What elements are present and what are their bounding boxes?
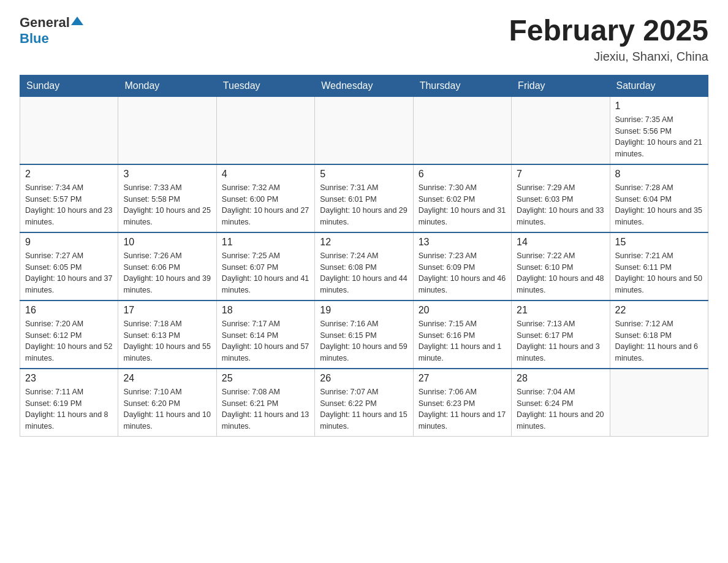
day-number: 27: [419, 373, 506, 384]
day-number: 22: [615, 305, 703, 316]
logo-general-text: General: [20, 15, 70, 31]
calendar-day-cell: 1Sunrise: 7:35 AM Sunset: 5:56 PM Daylig…: [610, 96, 708, 164]
day-info: Sunrise: 7:16 AM Sunset: 6:15 PM Dayligh…: [320, 318, 408, 364]
calendar-day-cell: 24Sunrise: 7:10 AM Sunset: 6:20 PM Dayli…: [118, 369, 216, 437]
day-number: 1: [615, 101, 703, 112]
calendar-day-cell: 19Sunrise: 7:16 AM Sunset: 6:15 PM Dayli…: [315, 301, 413, 369]
day-info: Sunrise: 7:13 AM Sunset: 6:17 PM Dayligh…: [517, 318, 604, 364]
calendar-month-title: February 2025: [509, 15, 708, 47]
day-number: 24: [123, 373, 211, 384]
weekday-header-saturday: Saturday: [610, 75, 708, 96]
calendar-day-cell: [20, 96, 118, 164]
calendar-day-cell: [413, 96, 511, 164]
day-number: 7: [517, 169, 604, 180]
calendar-day-cell: 4Sunrise: 7:32 AM Sunset: 6:00 PM Daylig…: [216, 164, 314, 232]
day-number: 26: [320, 373, 408, 384]
calendar-body: 1Sunrise: 7:35 AM Sunset: 5:56 PM Daylig…: [20, 96, 708, 436]
calendar-day-cell: 27Sunrise: 7:06 AM Sunset: 6:23 PM Dayli…: [413, 369, 511, 437]
calendar-day-cell: 3Sunrise: 7:33 AM Sunset: 5:58 PM Daylig…: [118, 164, 216, 232]
day-number: 6: [419, 169, 506, 180]
day-number: 17: [123, 305, 211, 316]
day-info: Sunrise: 7:22 AM Sunset: 6:10 PM Dayligh…: [517, 250, 604, 296]
day-info: Sunrise: 7:29 AM Sunset: 6:03 PM Dayligh…: [517, 182, 604, 228]
calendar-day-cell: 6Sunrise: 7:30 AM Sunset: 6:02 PM Daylig…: [413, 164, 511, 232]
day-info: Sunrise: 7:18 AM Sunset: 6:13 PM Dayligh…: [123, 318, 211, 364]
weekday-header-sunday: Sunday: [20, 75, 118, 96]
calendar-day-cell: 23Sunrise: 7:11 AM Sunset: 6:19 PM Dayli…: [20, 369, 118, 437]
calendar-week-row: 23Sunrise: 7:11 AM Sunset: 6:19 PM Dayli…: [20, 369, 708, 437]
calendar-day-cell: 12Sunrise: 7:24 AM Sunset: 6:08 PM Dayli…: [315, 232, 413, 301]
day-number: 2: [25, 169, 113, 180]
day-info: Sunrise: 7:15 AM Sunset: 6:16 PM Dayligh…: [419, 318, 506, 364]
calendar-day-cell: 21Sunrise: 7:13 AM Sunset: 6:17 PM Dayli…: [512, 301, 610, 369]
calendar-location: Jiexiu, Shanxi, China: [509, 50, 708, 64]
day-number: 15: [615, 237, 703, 248]
day-info: Sunrise: 7:27 AM Sunset: 6:05 PM Dayligh…: [25, 250, 113, 296]
day-info: Sunrise: 7:08 AM Sunset: 6:21 PM Dayligh…: [222, 386, 309, 432]
calendar-week-row: 2Sunrise: 7:34 AM Sunset: 5:57 PM Daylig…: [20, 164, 708, 232]
calendar-day-cell: 26Sunrise: 7:07 AM Sunset: 6:22 PM Dayli…: [315, 369, 413, 437]
day-number: 25: [222, 373, 309, 384]
weekday-header-wednesday: Wednesday: [315, 75, 413, 96]
day-info: Sunrise: 7:28 AM Sunset: 6:04 PM Dayligh…: [615, 182, 703, 228]
calendar-day-cell: 5Sunrise: 7:31 AM Sunset: 6:01 PM Daylig…: [315, 164, 413, 232]
calendar-day-cell: [118, 96, 216, 164]
day-info: Sunrise: 7:11 AM Sunset: 6:19 PM Dayligh…: [25, 386, 113, 432]
day-info: Sunrise: 7:23 AM Sunset: 6:09 PM Dayligh…: [419, 250, 506, 296]
day-info: Sunrise: 7:31 AM Sunset: 6:01 PM Dayligh…: [320, 182, 408, 228]
day-number: 19: [320, 305, 408, 316]
day-info: Sunrise: 7:30 AM Sunset: 6:02 PM Dayligh…: [419, 182, 506, 228]
calendar-day-cell: 8Sunrise: 7:28 AM Sunset: 6:04 PM Daylig…: [610, 164, 708, 232]
calendar-day-cell: 14Sunrise: 7:22 AM Sunset: 6:10 PM Dayli…: [512, 232, 610, 301]
calendar-day-cell: [216, 96, 314, 164]
day-number: 21: [517, 305, 604, 316]
day-info: Sunrise: 7:25 AM Sunset: 6:07 PM Dayligh…: [222, 250, 309, 296]
calendar-day-cell: 16Sunrise: 7:20 AM Sunset: 6:12 PM Dayli…: [20, 301, 118, 369]
calendar-day-cell: 11Sunrise: 7:25 AM Sunset: 6:07 PM Dayli…: [216, 232, 314, 301]
calendar-day-cell: [315, 96, 413, 164]
day-info: Sunrise: 7:12 AM Sunset: 6:18 PM Dayligh…: [615, 318, 703, 364]
calendar-day-cell: 22Sunrise: 7:12 AM Sunset: 6:18 PM Dayli…: [610, 301, 708, 369]
logo: General Blue: [20, 15, 83, 47]
day-number: 5: [320, 169, 408, 180]
logo-triangle-icon: [71, 17, 83, 25]
calendar-day-cell: 25Sunrise: 7:08 AM Sunset: 6:21 PM Dayli…: [216, 369, 314, 437]
day-info: Sunrise: 7:10 AM Sunset: 6:20 PM Dayligh…: [123, 386, 211, 432]
calendar-day-cell: 15Sunrise: 7:21 AM Sunset: 6:11 PM Dayli…: [610, 232, 708, 301]
day-number: 3: [123, 169, 211, 180]
calendar-day-cell: 20Sunrise: 7:15 AM Sunset: 6:16 PM Dayli…: [413, 301, 511, 369]
day-info: Sunrise: 7:07 AM Sunset: 6:22 PM Dayligh…: [320, 386, 408, 432]
calendar-day-cell: 28Sunrise: 7:04 AM Sunset: 6:24 PM Dayli…: [512, 369, 610, 437]
day-number: 13: [419, 237, 506, 248]
calendar-table: SundayMondayTuesdayWednesdayThursdayFrid…: [20, 75, 708, 437]
calendar-header-row: SundayMondayTuesdayWednesdayThursdayFrid…: [20, 75, 708, 96]
day-number: 10: [123, 237, 211, 248]
weekday-header-tuesday: Tuesday: [216, 75, 314, 96]
day-number: 8: [615, 169, 703, 180]
day-info: Sunrise: 7:21 AM Sunset: 6:11 PM Dayligh…: [615, 250, 703, 296]
day-number: 28: [517, 373, 604, 384]
day-number: 11: [222, 237, 309, 248]
day-info: Sunrise: 7:35 AM Sunset: 5:56 PM Dayligh…: [615, 114, 703, 160]
day-number: 18: [222, 305, 309, 316]
calendar-day-cell: 17Sunrise: 7:18 AM Sunset: 6:13 PM Dayli…: [118, 301, 216, 369]
day-info: Sunrise: 7:17 AM Sunset: 6:14 PM Dayligh…: [222, 318, 309, 364]
day-number: 12: [320, 237, 408, 248]
day-info: Sunrise: 7:20 AM Sunset: 6:12 PM Dayligh…: [25, 318, 113, 364]
day-number: 16: [25, 305, 113, 316]
weekday-header-monday: Monday: [118, 75, 216, 96]
day-info: Sunrise: 7:34 AM Sunset: 5:57 PM Dayligh…: [25, 182, 113, 228]
calendar-week-row: 9Sunrise: 7:27 AM Sunset: 6:05 PM Daylig…: [20, 232, 708, 301]
calendar-day-cell: 13Sunrise: 7:23 AM Sunset: 6:09 PM Dayli…: [413, 232, 511, 301]
calendar-week-row: 1Sunrise: 7:35 AM Sunset: 5:56 PM Daylig…: [20, 96, 708, 164]
page-header: General Blue February 2025 Jiexiu, Shanx…: [20, 15, 708, 64]
day-number: 23: [25, 373, 113, 384]
day-info: Sunrise: 7:26 AM Sunset: 6:06 PM Dayligh…: [123, 250, 211, 296]
day-number: 4: [222, 169, 309, 180]
calendar-title-area: February 2025 Jiexiu, Shanxi, China: [509, 15, 708, 64]
calendar-day-cell: 9Sunrise: 7:27 AM Sunset: 6:05 PM Daylig…: [20, 232, 118, 301]
calendar-day-cell: [512, 96, 610, 164]
day-number: 14: [517, 237, 604, 248]
calendar-day-cell: 2Sunrise: 7:34 AM Sunset: 5:57 PM Daylig…: [20, 164, 118, 232]
calendar-week-row: 16Sunrise: 7:20 AM Sunset: 6:12 PM Dayli…: [20, 301, 708, 369]
